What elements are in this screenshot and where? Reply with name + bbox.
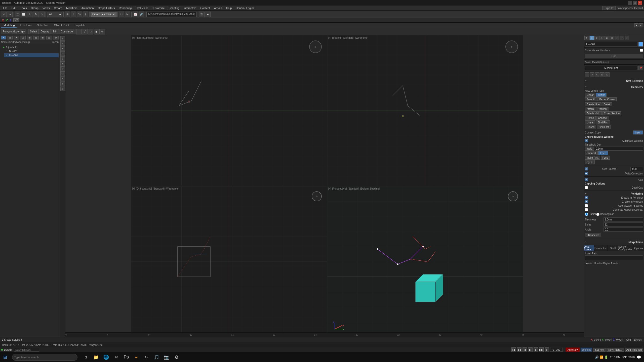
bezier-btn[interactable]: Bezier [596, 93, 607, 97]
sub-sel-extra1[interactable]: ⊞ [600, 72, 605, 77]
connect-btn-geo[interactable]: Connect [596, 116, 609, 120]
bind-first-btn[interactable]: Bind First [596, 120, 610, 124]
customize-btn[interactable]: Customize [59, 29, 74, 34]
menu-customize[interactable]: Customize [150, 6, 167, 10]
menu-modifiers[interactable]: Modifiers [64, 6, 79, 10]
sub-sel-extra2[interactable]: ⊡ [605, 72, 610, 77]
prev-frame-btn[interactable]: ◀ [522, 347, 527, 352]
menu-file[interactable]: File [1, 6, 10, 10]
use-viewport-settings-checkbox[interactable] [585, 204, 588, 207]
spinner-snap-btn[interactable]: ⟨ [83, 12, 88, 17]
border-mode-btn[interactable]: □ [88, 29, 93, 34]
taskbar-ai-icon[interactable]: Ai [132, 353, 141, 362]
search-input[interactable] [12, 354, 77, 361]
side-icon-8[interactable]: ⧉ [60, 71, 65, 76]
rph-utilities-icon[interactable]: ⊞ [610, 36, 614, 40]
edit-btn[interactable]: Edit [51, 29, 59, 34]
tab-object-paint[interactable]: Object Paint [52, 23, 72, 28]
percent-snap-btn[interactable]: % [77, 12, 82, 17]
asset-path-input[interactable] [585, 255, 643, 260]
lph-btn-4[interactable]: ⊡ [20, 36, 26, 39]
side-icon-10[interactable]: ⊛ [60, 81, 65, 86]
notification-icon[interactable]: 💬 [637, 355, 641, 359]
linear-btn[interactable]: Linear [585, 93, 595, 97]
rotate-btn[interactable]: ↻ [33, 12, 38, 17]
cycle-btn[interactable]: Cycle [585, 160, 595, 164]
sub-sel-spline[interactable]: ∿ [595, 72, 599, 77]
soft-selection-header[interactable]: Soft Selection [585, 79, 643, 83]
side-icon-4[interactable]: ⟳ [60, 51, 65, 56]
taskbar-3ds-icon[interactable]: 3 [82, 353, 91, 362]
prev-key-btn[interactable]: ◀◀ [517, 347, 521, 352]
viewport-top[interactable]: [+] [Top] [Standard] [Wireframe] [131, 35, 327, 186]
lph-btn-8[interactable]: ◎ [46, 36, 52, 39]
attach-btn[interactable]: Attach [585, 107, 595, 111]
menu-arnold[interactable]: Arnold [212, 6, 224, 10]
select-btn[interactable]: Select [28, 29, 39, 34]
bind-last-btn[interactable]: Bind Last [597, 125, 611, 129]
tab-session-config[interactable]: Session Configuration [618, 245, 633, 251]
refine-btn[interactable]: Refine [585, 116, 596, 120]
layer-explorer-tab[interactable]: ⊞ [7, 36, 13, 39]
render-setup-btn[interactable]: 🎬 [199, 12, 205, 17]
viewport-ortho[interactable]: [+] [Orthographic] [Standard] [Wireframe… [131, 186, 327, 337]
snap-toggle-btn[interactable]: ⊞ [65, 12, 70, 17]
taskbar-extra1-icon[interactable]: 🎵 [152, 353, 161, 362]
tree-item-line001[interactable]: ∿ Line001 [4, 53, 59, 57]
auto-weld-checkbox[interactable] [585, 139, 588, 142]
side-icon-1[interactable]: ↖ [60, 36, 65, 41]
geometry-header[interactable]: Geometry [585, 85, 643, 89]
polygon-modeling-dropdown[interactable]: Polygon Modeling ▾ [1, 29, 26, 34]
enable-viewport-checkbox[interactable] [585, 200, 588, 203]
generate-mapping-checkbox[interactable] [585, 208, 588, 211]
redo-button[interactable]: ↪ [7, 12, 13, 17]
curve-editor-btn[interactable]: 📈 [133, 12, 138, 17]
rph-create-icon[interactable]: ✦ [584, 36, 589, 40]
quad-cap-checkbox[interactable] [585, 186, 588, 189]
start-button[interactable]: ⊞ [0, 352, 10, 362]
enable-renderer-checkbox[interactable] [585, 196, 588, 199]
rendering-header[interactable]: Rendering [585, 192, 643, 196]
cross-section-btn[interactable]: Cross Section [602, 111, 621, 115]
xy-plane-btn[interactable]: XY [13, 18, 19, 22]
element-mode-btn[interactable]: ◈ [99, 29, 105, 34]
tab-selection[interactable]: Selection [34, 23, 51, 28]
tree-item-0[interactable]: ◆ 0 (default) [1, 45, 59, 49]
rectangular-radio[interactable] [596, 213, 599, 216]
tab-modeling[interactable]: Modeling [1, 23, 17, 28]
taskbar-ps-icon[interactable]: Ps [122, 353, 131, 362]
menu-help[interactable]: Help [224, 6, 234, 10]
tab-parameters[interactable]: Parameters [594, 245, 608, 251]
taskbar-chrome-icon[interactable]: 🌐 [102, 353, 111, 362]
play-btn[interactable]: ▶ [528, 347, 533, 352]
interpolation-header[interactable]: Interpolation [585, 240, 643, 244]
next-key-btn[interactable]: ▶▶ [539, 347, 544, 352]
radial-radio[interactable] [585, 213, 588, 216]
sign-in-btn[interactable]: Sign In [602, 6, 615, 10]
reorient-btn[interactable]: Reorient [596, 107, 609, 111]
tab-freeform[interactable]: Freeform [18, 23, 34, 28]
select-region-btn[interactable]: ⬜ [21, 12, 26, 17]
menu-edit[interactable]: Edit [10, 6, 18, 10]
taskbar-extra2-icon[interactable]: 📷 [162, 353, 171, 362]
frame-input[interactable] [550, 348, 563, 352]
lph-btn-3[interactable]: ✕ [14, 36, 19, 39]
menu-civil-view[interactable]: Civil View [134, 6, 149, 10]
sub-sel-segment[interactable]: ╱ [590, 72, 594, 77]
attach-mult-btn[interactable]: Attach Mult. [585, 111, 602, 115]
tab-load-assets[interactable]: Load Assets [584, 245, 594, 251]
menu-group[interactable]: Group [29, 6, 41, 10]
fuse-btn[interactable]: Fuse [601, 156, 610, 160]
side-icon-11[interactable]: ⊚ [60, 86, 65, 91]
make-first-btn[interactable]: Make First [585, 156, 600, 160]
lph-btn-9[interactable]: ⊕ [53, 36, 59, 39]
undo-button[interactable]: ↩ [1, 12, 7, 17]
viewport-perspective[interactable]: [+] [Perspective] [Standard] [Default Sh… [327, 186, 523, 337]
menu-content[interactable]: Content [198, 6, 212, 10]
tab-populate[interactable]: Populate [72, 23, 88, 28]
rph-hierarchy-icon[interactable]: ⊛ [594, 36, 599, 40]
poly-mode-btn[interactable]: ◼ [94, 29, 99, 34]
minimize-button[interactable]: ─ [628, 1, 632, 5]
taskbar-ae-icon[interactable]: Ae [142, 353, 151, 362]
menu-graph-editors[interactable]: Graph Editors [96, 6, 117, 10]
